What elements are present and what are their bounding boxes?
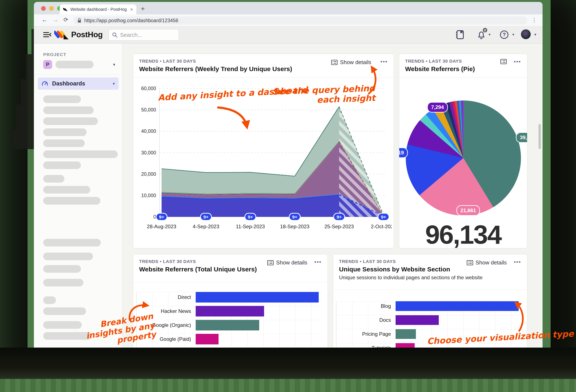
bar-row: Tutorials <box>336 343 522 348</box>
card-website-referrers-bars: TRENDS • LAST 30 DAYS Website Referrers … <box>133 254 328 348</box>
bar[interactable] <box>196 306 264 316</box>
content-scrollbar[interactable] <box>539 124 541 149</box>
project-section-label: PROJECT <box>43 52 66 57</box>
svg-text:9+: 9+ <box>203 214 209 219</box>
pixel-stair-decoration <box>12 9 37 149</box>
svg-text:40,000: 40,000 <box>141 129 156 134</box>
notebook-icon[interactable] <box>455 30 464 40</box>
data-point-badge[interactable]: 9+ <box>245 213 256 220</box>
bar-row: Google (Paid) <box>136 334 322 344</box>
back-icon[interactable]: ← <box>41 17 47 23</box>
sidebar-skeleton-item <box>43 175 64 183</box>
posthog-logo[interactable] <box>54 29 69 40</box>
show-details-button[interactable]: Show details <box>467 259 507 266</box>
show-details-button[interactable]: Show details <box>267 259 307 266</box>
data-point-badge[interactable]: 9+ <box>378 213 389 220</box>
sidebar-skeleton-item <box>43 239 101 246</box>
bar[interactable] <box>196 334 219 344</box>
sidebar-skeleton-item <box>43 307 86 315</box>
new-tab-button[interactable]: + <box>141 5 145 13</box>
sidebar-skeleton-item <box>43 95 81 103</box>
more-menu-button[interactable]: ••• <box>380 59 388 65</box>
pie-label-purple: 7,294 <box>427 102 448 112</box>
bar[interactable] <box>396 343 415 348</box>
more-menu-button[interactable]: ••• <box>315 259 322 265</box>
area-chart[interactable]: 010,00020,00030,00040,00050,00060,00028-… <box>136 79 392 246</box>
forward-icon[interactable]: → <box>53 17 58 23</box>
more-menu-button[interactable]: ••• <box>514 259 521 265</box>
search-icon <box>112 32 117 38</box>
bar-label: Direct <box>136 294 196 300</box>
brand-wordmark[interactable]: PostHog <box>71 30 103 39</box>
bar[interactable] <box>196 320 259 330</box>
sidebar-skeleton-item <box>43 139 85 147</box>
search-box[interactable] <box>108 29 179 41</box>
sidebar-skeleton-item <box>43 296 56 304</box>
browser-menu-icon[interactable]: ⋮ <box>532 17 537 24</box>
show-details-button[interactable]: Show details <box>331 59 371 66</box>
dashboard-gauge-icon <box>41 80 48 87</box>
data-point-badge[interactable]: 9+ <box>289 213 300 220</box>
data-point-badge[interactable]: 9+ <box>156 213 167 220</box>
bar-track <box>396 301 522 311</box>
close-window-button[interactable] <box>41 6 46 11</box>
card-eyebrow: TRENDS • LAST 30 DAYS <box>139 59 196 64</box>
data-point-badge[interactable]: 9+ <box>334 213 345 220</box>
notifications-button[interactable]: 0 ▾ <box>477 30 486 40</box>
bar-chart[interactable]: BlogDocsPricing PageTutorials <box>336 301 522 348</box>
bar-row: Blog <box>336 301 522 311</box>
show-details-label: Show details <box>476 259 507 266</box>
sidebar-skeleton-item <box>43 279 84 287</box>
card-eyebrow: TRENDS • LAST 30 DAYS <box>339 259 396 264</box>
help-button[interactable]: ? ▾ <box>499 30 509 40</box>
pie-chart[interactable] <box>406 101 521 216</box>
browser-tab[interactable]: Website dashboard - PostHog × <box>60 4 136 14</box>
svg-text:9+: 9+ <box>248 214 253 219</box>
minimize-window-button[interactable] <box>49 6 54 11</box>
chevron-down-icon: ▾ <box>489 32 490 37</box>
account-menu[interactable]: ▾ <box>521 29 531 39</box>
browser-tabbar: Website dashboard - PostHog × + <box>34 2 543 14</box>
svg-text:2-Oct-2023: 2-Oct-2023 <box>371 224 392 229</box>
reload-icon[interactable]: ⟳ <box>63 17 68 23</box>
sidebar-skeleton-item <box>43 106 94 114</box>
bar[interactable] <box>396 329 416 339</box>
svg-text:0: 0 <box>153 214 156 220</box>
svg-text:25-Sep-2023: 25-Sep-2023 <box>324 224 354 229</box>
bar-label: Google (Paid) <box>136 336 196 342</box>
chevron-down-icon: ▾ <box>113 62 115 67</box>
pie-label-blue: 419 <box>399 147 408 158</box>
project-switcher[interactable]: P ▾ <box>43 60 115 69</box>
bar[interactable] <box>196 292 319 303</box>
bar-row: Pricing Page <box>336 329 522 339</box>
bar-chart[interactable]: DirectHacker NewsGoogle (Organic)Google … <box>136 292 322 348</box>
url-bar[interactable]: https://app.posthog.com/dashboard/123456 <box>73 17 527 25</box>
sidebar-skeleton-item <box>43 129 86 136</box>
sidebar-item-dashboards[interactable]: Dashboards ▾ <box>38 78 118 90</box>
svg-text:4-Sep-2023: 4-Sep-2023 <box>193 224 219 229</box>
sidebar-collapse-icon[interactable] <box>43 31 51 38</box>
sidebar-skeleton-item <box>43 161 81 169</box>
bar-label: Hacker News <box>136 308 196 314</box>
url-text: https://app.posthog.com/dashboard/123456 <box>84 18 178 24</box>
tab-title: Website dashboard - PostHog <box>70 7 128 12</box>
chevron-down-icon: ▾ <box>113 81 115 86</box>
svg-text:11-Sep-2023: 11-Sep-2023 <box>236 224 265 229</box>
bar-track <box>396 315 522 325</box>
search-input[interactable] <box>120 32 171 38</box>
data-point-badge[interactable]: 9+ <box>201 213 212 220</box>
card-header: TRENDS • LAST 30 DAYS Website Referrers … <box>133 54 394 78</box>
bar[interactable] <box>396 315 439 325</box>
bar-row: Docs <box>336 315 522 325</box>
bar-track <box>196 334 322 344</box>
svg-text:60,000: 60,000 <box>141 86 156 91</box>
sidebar-skeleton-item <box>43 117 98 125</box>
show-details-button[interactable] <box>500 59 507 64</box>
show-details-label: Show details <box>276 259 307 266</box>
svg-text:9+: 9+ <box>292 214 297 219</box>
more-menu-button[interactable]: ••• <box>514 59 521 65</box>
posthog-favicon <box>63 7 68 12</box>
avatar <box>521 29 531 39</box>
bar[interactable] <box>396 301 518 311</box>
tab-close-icon[interactable]: × <box>130 7 133 12</box>
